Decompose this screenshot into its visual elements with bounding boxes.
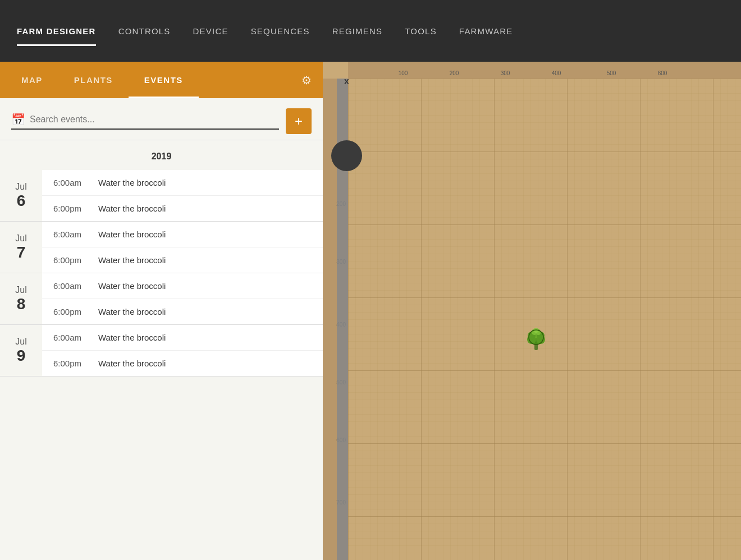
event-time: 6:00am xyxy=(53,178,98,187)
day-group-Jul-6: Jul66:00amWater the broccoli6:00pmWater … xyxy=(0,170,323,222)
map-panel: 100 200 300 400 500 600 100 200 300 400 … xyxy=(323,62,741,560)
day-month: Jul xyxy=(15,233,26,244)
left-panel: MAP PLANTS EVENTS ⚙ 📅 + 2019 Jul66:00amW… xyxy=(0,62,323,560)
day-group-Jul-9: Jul96:00amWater the broccoli6:00pmWater … xyxy=(0,325,323,377)
event-time: 6:00am xyxy=(53,333,98,342)
event-time: 6:00pm xyxy=(53,307,98,316)
calendar-icon: 📅 xyxy=(11,113,25,126)
gear-icon[interactable]: ⚙ xyxy=(296,62,317,98)
nav-tools[interactable]: TOOLS xyxy=(405,21,437,42)
event-row[interactable]: 6:00amWater the broccoli xyxy=(42,222,323,247)
nav-controls[interactable]: CONTROLS xyxy=(118,21,171,42)
tab-map[interactable]: MAP xyxy=(6,62,58,98)
day-label-3: Jul9 xyxy=(0,325,42,376)
event-name: Water the broccoli xyxy=(98,307,166,316)
day-label-1: Jul7 xyxy=(0,222,42,273)
broccoli-svg xyxy=(522,325,550,354)
tab-plants[interactable]: PLANTS xyxy=(58,62,129,98)
nav-farm-designer[interactable]: FARM DESIGNER xyxy=(17,21,96,42)
day-group-Jul-7: Jul76:00amWater the broccoli6:00pmWater … xyxy=(0,222,323,273)
svg-rect-1 xyxy=(348,79,741,560)
day-month: Jul xyxy=(15,337,26,347)
day-month: Jul xyxy=(15,285,26,295)
event-name: Water the broccoli xyxy=(98,255,166,265)
day-number: 6 xyxy=(17,192,26,210)
add-event-button[interactable]: + xyxy=(286,108,312,134)
ruler-mark-300: 300 xyxy=(501,70,510,76)
map-content xyxy=(348,79,741,560)
nav-sequences[interactable]: SEQUENCES xyxy=(251,21,310,42)
event-row[interactable]: 6:00pmWater the broccoli xyxy=(42,299,323,324)
event-row[interactable]: 6:00pmWater the broccoli xyxy=(42,351,323,376)
event-name: Water the broccoli xyxy=(98,204,166,213)
event-name: Water the broccoli xyxy=(98,229,166,239)
search-area: 📅 + xyxy=(0,98,323,140)
day-month: Jul xyxy=(15,182,26,192)
map-canvas: 100 200 300 400 500 600 100 200 300 400 … xyxy=(323,62,741,560)
search-wrapper: 📅 xyxy=(11,113,279,130)
event-time: 6:00am xyxy=(53,229,98,239)
event-time: 6:00pm xyxy=(53,359,98,368)
top-navigation: FARM DESIGNER CONTROLS DEVICE SEQUENCES … xyxy=(0,0,741,62)
sub-navigation: MAP PLANTS EVENTS ⚙ xyxy=(0,62,323,98)
nav-regimens[interactable]: REGIMENS xyxy=(332,21,383,42)
search-input[interactable] xyxy=(30,114,279,125)
event-time: 6:00am xyxy=(53,281,98,291)
event-row[interactable]: 6:00amWater the broccoli xyxy=(42,325,323,351)
event-row[interactable]: 6:00amWater the broccoli xyxy=(42,170,323,196)
event-name: Water the broccoli xyxy=(98,333,166,342)
ruler-top: 100 200 300 400 500 600 xyxy=(348,62,741,79)
event-name: Water the broccoli xyxy=(98,178,166,187)
day-label-0: Jul6 xyxy=(0,170,42,221)
event-name: Water the broccoli xyxy=(98,281,166,291)
day-label-2: Jul8 xyxy=(0,273,42,324)
day-events-2: 6:00amWater the broccoli6:00pmWater the … xyxy=(42,273,323,324)
grid-svg xyxy=(348,79,741,560)
day-number: 8 xyxy=(17,295,26,313)
event-row[interactable]: 6:00pmWater the broccoli xyxy=(42,247,323,273)
nav-farmware[interactable]: FARMWARE xyxy=(459,21,513,42)
day-number: 9 xyxy=(17,347,26,365)
ruler-mark-200: 200 xyxy=(450,70,459,76)
ruler-mark-500: 500 xyxy=(607,70,616,76)
day-events-3: 6:00amWater the broccoli6:00pmWater the … xyxy=(42,325,323,376)
event-time: 6:00pm xyxy=(53,204,98,213)
event-name: Water the broccoli xyxy=(98,359,166,368)
year-header: 2019 xyxy=(0,140,323,170)
ruler-mark-600: 600 xyxy=(658,70,667,76)
event-row[interactable]: 6:00amWater the broccoli xyxy=(42,273,323,299)
robot-head xyxy=(331,140,362,171)
events-list: 2019 Jul66:00amWater the broccoli6:00pmW… xyxy=(0,140,323,560)
nav-device[interactable]: DEVICE xyxy=(193,21,228,42)
day-number: 7 xyxy=(17,244,26,261)
ruler-mark-400: 400 xyxy=(552,70,561,76)
ruler-mark-100: 100 xyxy=(399,70,408,76)
broccoli-plant[interactable] xyxy=(522,325,550,354)
main-layout: MAP PLANTS EVENTS ⚙ 📅 + 2019 Jul66:00amW… xyxy=(0,62,741,560)
day-group-Jul-8: Jul86:00amWater the broccoli6:00pmWater … xyxy=(0,273,323,325)
event-row[interactable]: 6:00pmWater the broccoli xyxy=(42,196,323,221)
tab-events[interactable]: EVENTS xyxy=(129,62,199,98)
day-events-0: 6:00amWater the broccoli6:00pmWater the … xyxy=(42,170,323,221)
event-time: 6:00pm xyxy=(53,255,98,265)
day-events-1: 6:00amWater the broccoli6:00pmWater the … xyxy=(42,222,323,273)
x-marker: X xyxy=(344,77,349,86)
